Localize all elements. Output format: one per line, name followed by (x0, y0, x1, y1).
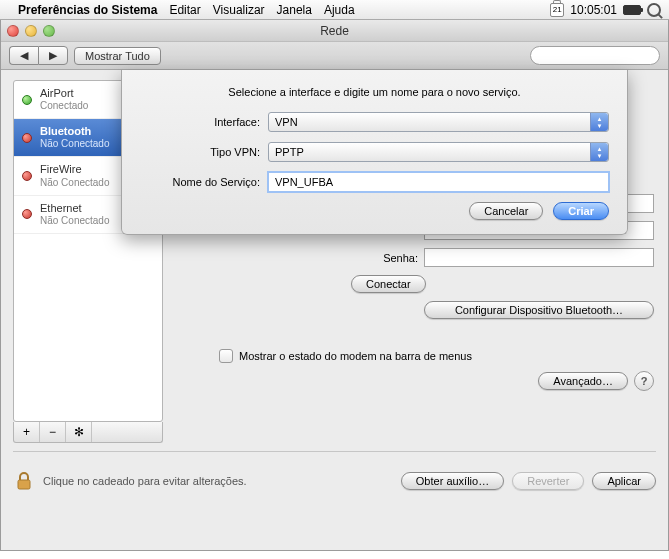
configure-device-button[interactable]: Configurar Dispositivo Bluetooth… (424, 301, 654, 319)
show-all-button[interactable]: Mostrar Tudo (74, 47, 161, 65)
service-name-label: Nome do Serviço: (140, 176, 260, 188)
toolbar: ◀ ▶ Mostrar Tudo (1, 42, 668, 70)
forward-button[interactable]: ▶ (38, 46, 68, 65)
service-status: Não Conectado (40, 138, 110, 150)
menu-help[interactable]: Ajuda (324, 3, 355, 17)
status-dot-icon (22, 209, 32, 219)
create-button[interactable]: Criar (553, 202, 609, 220)
zoom-button[interactable] (43, 25, 55, 37)
back-button[interactable]: ◀ (9, 46, 38, 65)
close-button[interactable] (7, 25, 19, 37)
password-field[interactable] (424, 248, 654, 267)
status-dot-icon (22, 171, 32, 181)
app-menu[interactable]: Preferências do Sistema (18, 3, 157, 17)
sheet-prompt: Selecione a interface e digite um nome p… (140, 86, 609, 98)
status-dot-icon (22, 133, 32, 143)
service-name: Ethernet (40, 202, 110, 215)
vpn-type-popup[interactable]: PPTP (268, 142, 609, 162)
service-status: Não Conectado (40, 215, 110, 227)
service-name: AirPort (40, 87, 88, 100)
clock[interactable]: 10:05:01 (570, 3, 617, 17)
show-modem-status-label: Mostrar o estado do modem na barra de me… (239, 350, 472, 362)
service-name: Bluetooth (40, 125, 110, 138)
menu-edit[interactable]: Editar (169, 3, 200, 17)
revert-button[interactable]: Reverter (512, 472, 584, 490)
get-help-button[interactable]: Obter auxílio… (401, 472, 504, 490)
lock-text: Clique no cadeado para evitar alterações… (43, 475, 247, 487)
cancel-button[interactable]: Cancelar (469, 202, 543, 220)
vpn-type-value: PPTP (275, 146, 304, 158)
search-input[interactable] (530, 46, 660, 65)
window-title: Rede (1, 24, 668, 38)
lock-icon[interactable] (13, 470, 35, 492)
add-service-button[interactable]: + (14, 422, 40, 442)
help-button[interactable]: ? (634, 371, 654, 391)
connect-button[interactable]: Conectar (351, 275, 426, 293)
service-name-field[interactable] (268, 172, 609, 192)
interface-popup[interactable]: VPN (268, 112, 609, 132)
show-modem-status-checkbox[interactable] (219, 349, 233, 363)
menubar: Preferências do Sistema Editar Visualiza… (0, 0, 669, 20)
calendar-menu-extra[interactable]: 21 (550, 3, 564, 17)
preferences-window: Rede ◀ ▶ Mostrar Tudo (0, 20, 669, 551)
service-name: FireWire (40, 163, 110, 176)
new-service-sheet: Selecione a interface e digite um nome p… (121, 70, 628, 235)
service-actions-gear-icon[interactable]: ✻ (66, 422, 92, 442)
service-status: Não Conectado (40, 177, 110, 189)
status-dot-icon (22, 95, 32, 105)
spotlight-icon[interactable] (647, 3, 661, 17)
remove-service-button[interactable]: − (40, 422, 66, 442)
menu-window[interactable]: Janela (277, 3, 312, 17)
vpn-type-label: Tipo VPN: (140, 146, 260, 158)
advanced-button[interactable]: Avançado… (538, 372, 628, 390)
interface-value: VPN (275, 116, 298, 128)
battery-icon[interactable] (623, 5, 641, 15)
service-status: Conectado (40, 100, 88, 112)
titlebar: Rede (1, 20, 668, 42)
chevron-updown-icon (590, 113, 608, 131)
chevron-updown-icon (590, 143, 608, 161)
minimize-button[interactable] (25, 25, 37, 37)
menu-view[interactable]: Visualizar (213, 3, 265, 17)
password-label: Senha: (383, 252, 418, 264)
interface-label: Interface: (140, 116, 260, 128)
apply-button[interactable]: Aplicar (592, 472, 656, 490)
svg-rect-2 (18, 480, 30, 489)
